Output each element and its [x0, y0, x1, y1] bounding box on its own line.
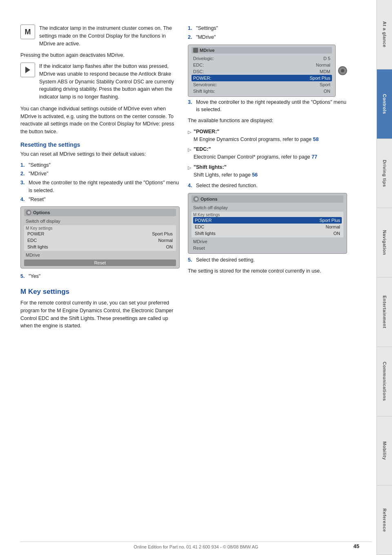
- step-text-2-right: "MDrive": [196, 34, 347, 41]
- arrow-sub-edc: Electronic Damper Control* programs, ref…: [194, 154, 310, 160]
- step-3-right: 3. Move the controller to the right repe…: [188, 98, 347, 114]
- edc-label-right: EDC:: [193, 63, 204, 67]
- arrow-page-edc: 77: [312, 154, 317, 160]
- power-label-left: POWER: [27, 231, 45, 236]
- m-key-section-title-right: M Key settings: [193, 213, 342, 217]
- arrow-page-power: 58: [313, 137, 319, 142]
- sidebar-tab-communications[interactable]: Communications: [376, 347, 392, 416]
- step-2-right: 2. "MDrive": [188, 34, 347, 41]
- step-text-5-right: Select the desired setting.: [196, 256, 347, 264]
- step-text-4: "Reset": [29, 196, 180, 204]
- mdrive-standalone-left: MDrive: [24, 252, 176, 258]
- shift-lights-label-right: Shift lights:: [193, 89, 215, 94]
- arrow-label-edc: "EDC:": [194, 146, 211, 152]
- shift-lights-row-right-opt: Shift lights ON: [193, 230, 342, 237]
- arrow-item-shift: ▷ "Shift lights:" Shift Lights, refer to…: [188, 163, 347, 179]
- step-num-2-right: 2.: [188, 34, 194, 41]
- edc-row-right-opt: EDC Normal: [193, 224, 342, 230]
- step5-list-right: 5. Select the desired setting.: [188, 256, 347, 264]
- options-gear-icon: ⚙: [26, 210, 31, 215]
- step-text-5-left: "Yes": [29, 273, 180, 280]
- arrow-sym-shift: ▷: [188, 164, 191, 179]
- step-num-2: 2.: [20, 170, 27, 178]
- indicator-icon-note: If the indicator lamp flashes after the …: [20, 63, 180, 101]
- available-text: The available functions are displayed:: [188, 117, 347, 125]
- shift-lights-label-left: Shift lights: [27, 244, 48, 249]
- dsc-row: DSC: MDM: [192, 68, 332, 75]
- triangle-shape: [25, 67, 30, 73]
- edc-label-left: EDC: [27, 238, 37, 243]
- step-num-1: 1.: [20, 161, 27, 169]
- drivelogic-label: Drivelogic:: [193, 56, 214, 61]
- shift-lights-value-right: ON: [324, 89, 331, 94]
- arrow-content-shift: "Shift lights:" Shift Lights, refer to p…: [194, 163, 347, 179]
- sidebar-tab-at-a-glance[interactable]: At a glance: [376, 0, 392, 69]
- switch-off-display-right: Switch off display: [192, 204, 343, 211]
- mdrive-gear-icon: [193, 48, 198, 53]
- edc-value-left: Normal: [158, 238, 173, 243]
- options-screen-left: ⚙ Options Switch off display M Key setti…: [20, 206, 180, 269]
- intro-icon-note: M The indicator lamp in the instrument c…: [20, 25, 180, 47]
- shift-lights-value-left: ON: [166, 244, 173, 249]
- sidebar-tab-entertainment[interactable]: Entertainment: [376, 278, 392, 347]
- edc-row-right: EDC: Normal: [192, 62, 332, 68]
- shift-lights-row-left: Shift lights ON: [26, 244, 174, 250]
- indicator-note-text: If the indicator lamp flashes after the …: [39, 63, 180, 101]
- controller-knob-inner: [341, 69, 344, 72]
- intro-note-text: The indicator lamp in the instrument clu…: [39, 25, 180, 47]
- step-4-right: 4. Select the desired function.: [188, 182, 347, 190]
- edc-label-right-opt: EDC: [195, 224, 204, 229]
- power-row-right: POWER: Sport Plus: [192, 75, 332, 81]
- step3-list-right: 3. Move the controller to the right repe…: [188, 98, 347, 114]
- arrow-page-shift: 56: [252, 172, 258, 178]
- sidebar-tab-driving-tips[interactable]: Driving tips: [376, 139, 392, 208]
- step4-list-right: 4. Select the desired function.: [188, 182, 347, 190]
- step-text-2: "MDrive": [29, 170, 180, 178]
- arrow-list: ▷ "POWER:" M Engine Dynamics Control pro…: [188, 128, 347, 179]
- footer: Online Edition for Part no. 01 41 2 600 …: [20, 542, 372, 549]
- steps-list-left: 1. "Settings" 2. "MDrive" 3. Move the co…: [20, 161, 180, 204]
- drivelogic-row: Drivelogic: D 5: [192, 55, 332, 62]
- power-row-left: POWER Sport Plus: [26, 231, 174, 237]
- main-content: M The indicator lamp in the instrument c…: [0, 0, 376, 555]
- step-num-3: 3.: [20, 179, 27, 195]
- servotronic-value: Sport: [320, 82, 330, 87]
- power-row-right-opt: POWER Sport Plus: [193, 217, 342, 224]
- dsc-label: DSC:: [193, 69, 204, 74]
- triangle-icon: [20, 63, 35, 77]
- shift-lights-row-right: Shift lights: ON: [192, 88, 332, 94]
- step-text-4-right: Select the desired function.: [196, 182, 347, 190]
- pressing-text: Pressing the button again deactivates MD…: [20, 51, 180, 59]
- arrow-sub-power: M Engine Dynamics Control programs, refe…: [194, 137, 312, 142]
- sidebar: At a glance Controls Driving tips Naviga…: [376, 0, 392, 555]
- arrow-label-shift: "Shift lights:": [194, 164, 227, 170]
- reset-button-left: Reset: [24, 260, 176, 266]
- step-num-5-left: 5.: [20, 273, 27, 280]
- dsc-value: MDM: [320, 69, 330, 74]
- servotronic-label: Servotronic:: [193, 82, 217, 87]
- change-text: You can change individual settings outsi…: [20, 105, 180, 136]
- sidebar-tab-mobility[interactable]: Mobility: [376, 416, 392, 486]
- arrow-sub-shift: Shift Lights, refer to page: [194, 172, 251, 178]
- m-key-section-right: M Key settings POWER Sport Plus EDC Norm…: [192, 212, 343, 237]
- step-2: 2. "MDrive": [20, 170, 180, 178]
- arrow-item-edc: ▷ "EDC:" Electronic Damper Control* prog…: [188, 145, 347, 161]
- step-5-right: 5. Select the desired setting.: [188, 256, 347, 264]
- arrow-sym-power: ▷: [188, 129, 191, 143]
- options-screen-title-left: ⚙ Options: [24, 209, 176, 216]
- sidebar-tab-navigation[interactable]: Navigation: [376, 208, 392, 278]
- shift-lights-value-right-opt: ON: [334, 231, 341, 236]
- m-key-text: For the remote control currently in use,…: [20, 299, 180, 330]
- power-label-right: POWER:: [193, 76, 212, 81]
- step-1-right: 1. "Settings": [188, 25, 347, 32]
- reset-standalone-right: Reset: [192, 245, 343, 251]
- edc-value-right-opt: Normal: [326, 224, 340, 229]
- setting-stored-text: The setting is stored for the remote con…: [188, 267, 347, 275]
- m-key-heading: M Key settings: [20, 288, 180, 296]
- mdrive-standalone-right: MDrive: [192, 238, 343, 245]
- footer-text: Online Edition for Part no. 01 41 2 600 …: [134, 544, 258, 549]
- sidebar-tab-controls[interactable]: Controls: [376, 69, 392, 139]
- mdrive-screen-title: MDrive: [192, 47, 332, 54]
- sidebar-tab-reference[interactable]: Reference: [376, 486, 392, 555]
- right-column: 1. "Settings" 2. "MDrive" MDrive Drivelo…: [188, 25, 347, 535]
